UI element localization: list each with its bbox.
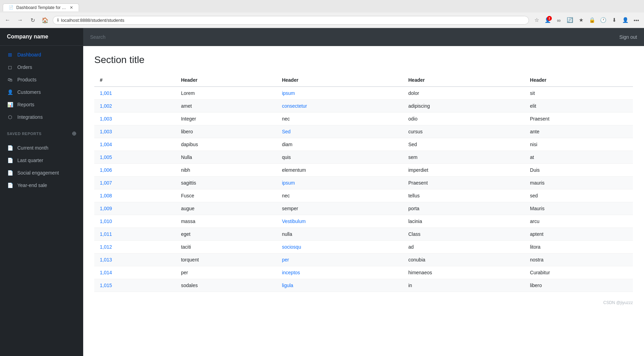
- table-cell: 1,004: [94, 138, 175, 151]
- sidebar-item-last-quarter-label: Last quarter: [17, 158, 43, 163]
- table-cell: eget: [175, 228, 276, 241]
- table-row: 1,006nibhelementumimperdietDuis: [94, 164, 633, 177]
- table-cell: conubia: [403, 253, 524, 266]
- favorite-icon[interactable]: ★: [576, 15, 586, 25]
- sidebar: Company name ⊞ Dashboard ◻ Orders 🛍 Prod…: [0, 28, 83, 356]
- integrations-icon: ⬡: [7, 114, 13, 120]
- history-icon[interactable]: 🕐: [598, 15, 608, 25]
- main-content: Section title # Header Header Header Hea…: [83, 46, 644, 356]
- table-cell: sociosqu: [276, 241, 403, 253]
- sidebar-item-year-end-sale[interactable]: 📄 Year-end sale: [0, 179, 83, 192]
- table-cell: 1,013: [94, 253, 175, 266]
- sidebar-item-last-quarter[interactable]: 📄 Last quarter: [0, 154, 83, 167]
- table-row: 1,010massaVestibulumlaciniaarcu: [94, 215, 633, 228]
- table-row: 1,001Loremipsumdolorsit: [94, 87, 633, 100]
- star-icon[interactable]: ☆: [532, 15, 541, 25]
- sidebar-item-current-month-label: Current month: [17, 145, 48, 151]
- tab-label: Dashboard Template for Bootstrap: [16, 5, 67, 10]
- table-row: 1,007sagittisipsumPraesentmauris: [94, 177, 633, 189]
- table-cell: Vestibulum: [276, 215, 403, 228]
- table-cell: torquent: [175, 253, 276, 266]
- table-cell: cursus: [403, 125, 524, 138]
- home-button[interactable]: 🏠: [40, 15, 50, 25]
- back-button[interactable]: ←: [3, 15, 12, 25]
- main-area: Sign out Section title # Header Header H…: [83, 28, 644, 356]
- toolbar-icons: ☆ 👤 2 ∞ 🔄 ★ 🔒 🕐 ⬇ 👤 •••: [532, 15, 641, 25]
- table-cell: nec: [276, 189, 403, 202]
- sidebar-item-orders[interactable]: ◻ Orders: [0, 61, 83, 73]
- table-cell: aptent: [524, 228, 633, 241]
- table-cell: Sed: [403, 138, 524, 151]
- browser-toolbar: ← → ↻ 🏠 ℹ localhost:8888/student/student…: [0, 12, 644, 28]
- sidebar-item-reports[interactable]: 📊 Reports: [0, 98, 83, 111]
- forward-button[interactable]: →: [15, 15, 25, 25]
- tab-close-icon[interactable]: ✕: [70, 5, 73, 10]
- table-cell: 1,012: [94, 241, 175, 253]
- sidebar-nav: ⊞ Dashboard ◻ Orders 🛍 Products 👤 Custom…: [0, 46, 83, 126]
- avatar-icon[interactable]: 👤: [620, 15, 630, 25]
- table-cell: ante: [524, 125, 633, 138]
- table-cell: ipsum: [276, 87, 403, 100]
- search-input[interactable]: [90, 34, 619, 40]
- table-cell: nisi: [524, 138, 633, 151]
- table-row: 1,002ametconsecteturadipiscingelit: [94, 100, 633, 113]
- table-cell: massa: [175, 215, 276, 228]
- sidebar-item-current-month[interactable]: 📄 Current month: [0, 142, 83, 154]
- table-cell: Curabitur: [524, 266, 633, 279]
- more-icon[interactable]: •••: [632, 15, 641, 25]
- report-icon-year-end: 📄: [7, 183, 13, 188]
- sidebar-item-social-engagement[interactable]: 📄 Social engagement: [0, 167, 83, 179]
- address-text: localhost:8888/student/students: [61, 18, 524, 23]
- table-cell: Nulla: [175, 151, 276, 164]
- table-cell: libero: [524, 279, 633, 292]
- table-cell: Mauris: [524, 202, 633, 215]
- table-cell: sagittis: [175, 177, 276, 189]
- notification-badge: 2: [547, 16, 552, 21]
- signout-button[interactable]: Sign out: [619, 34, 637, 40]
- table-cell: taciti: [175, 241, 276, 253]
- table-cell: sem: [403, 151, 524, 164]
- sidebar-item-dashboard[interactable]: ⊞ Dashboard: [0, 48, 83, 61]
- table-cell: Fusce: [175, 189, 276, 202]
- col-header-id: #: [94, 74, 175, 87]
- table-cell: 1,009: [94, 202, 175, 215]
- sidebar-item-customers[interactable]: 👤 Customers: [0, 86, 83, 98]
- table-row: 1,003liberoSedcursusante: [94, 125, 633, 138]
- table-cell: Class: [403, 228, 524, 241]
- products-icon: 🛍: [7, 77, 13, 82]
- table-cell: mauris: [524, 177, 633, 189]
- table-cell: dolor: [403, 87, 524, 100]
- add-saved-report-button[interactable]: ⊕: [72, 130, 77, 137]
- table-row: 1,009auguesemperportaMauris: [94, 202, 633, 215]
- table-cell: 1,007: [94, 177, 175, 189]
- sidebar-item-integrations[interactable]: ⬡ Integrations: [0, 111, 83, 123]
- browser-chrome: 📄 Dashboard Template for Bootstrap ✕ ← →…: [0, 0, 644, 28]
- table-row: 1,015sodalesligulainlibero: [94, 279, 633, 292]
- table-cell: consectetur: [276, 100, 403, 113]
- table-row: 1,005Nullaquissemat: [94, 151, 633, 164]
- sidebar-item-products[interactable]: 🛍 Products: [0, 73, 83, 86]
- sidebar-item-customers-label: Customers: [17, 89, 41, 95]
- table-cell: quis: [276, 151, 403, 164]
- data-table: # Header Header Header Header 1,001Lorem…: [94, 74, 633, 292]
- table-header: # Header Header Header Header: [94, 74, 633, 87]
- tab-document-icon: 📄: [9, 5, 14, 10]
- table-cell: in: [403, 279, 524, 292]
- footer-credit: CSDN @jiyuzzz: [94, 300, 633, 305]
- table-cell: arcu: [524, 215, 633, 228]
- table-cell: porta: [403, 202, 524, 215]
- extension-icon[interactable]: ∞: [554, 15, 564, 25]
- table-cell: 1,011: [94, 228, 175, 241]
- table-body: 1,001Loremipsumdolorsit1,002ametconsecte…: [94, 87, 633, 292]
- saved-reports-list: 📄 Current month 📄 Last quarter 📄 Social …: [0, 139, 83, 194]
- profile-icon[interactable]: 👤 2: [543, 15, 552, 25]
- refresh-button[interactable]: ↻: [28, 15, 37, 25]
- address-bar[interactable]: ℹ localhost:8888/student/students: [53, 16, 529, 25]
- table-row: 1,014perinceptoshimenaeosCurabitur: [94, 266, 633, 279]
- table-cell: amet: [175, 100, 276, 113]
- browser-tab[interactable]: 📄 Dashboard Template for Bootstrap ✕: [3, 3, 79, 11]
- lock-icon[interactable]: 🔒: [587, 15, 597, 25]
- table-cell: 1,010: [94, 215, 175, 228]
- download-icon[interactable]: ⬇: [609, 15, 619, 25]
- refresh2-icon[interactable]: 🔄: [565, 15, 575, 25]
